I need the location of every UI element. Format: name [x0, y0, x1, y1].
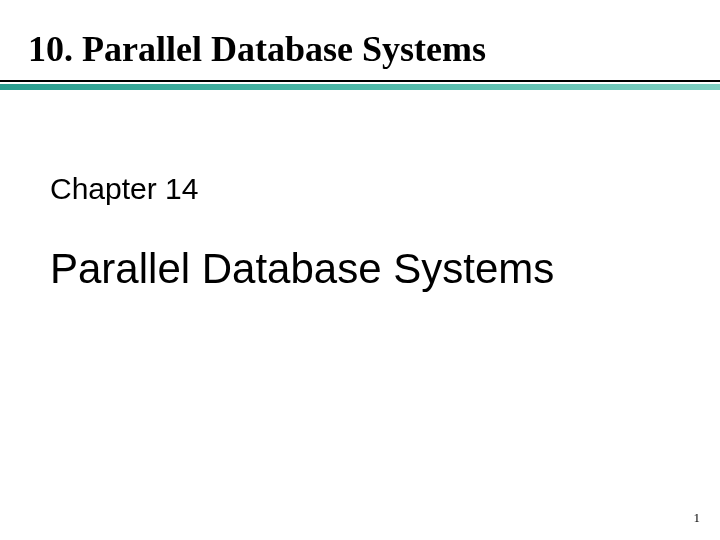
divider-line-thick	[0, 84, 720, 90]
slide-title: 10. Parallel Database Systems	[28, 28, 486, 70]
divider-line-thin	[0, 80, 720, 82]
title-divider	[0, 80, 720, 90]
main-topic-heading: Parallel Database Systems	[50, 245, 554, 293]
page-number: 1	[694, 510, 701, 526]
chapter-label: Chapter 14	[50, 172, 198, 206]
